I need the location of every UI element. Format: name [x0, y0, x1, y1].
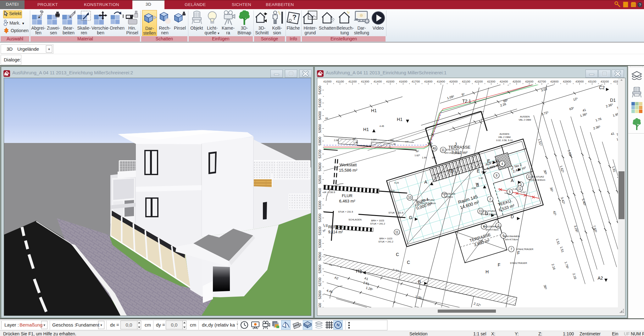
svg-text:53500: 53500 [318, 175, 322, 184]
svg-text:C: C [407, 260, 410, 265]
svg-text:AUSSEN: AUSSEN [520, 115, 530, 118]
svg-text:84: 84 [325, 117, 328, 120]
svg-text:4: 4 [501, 162, 503, 166]
svg-text:41700: 41700 [412, 80, 420, 83]
svg-text:?: ? [639, 3, 641, 7]
svg-text:75⁵: 75⁵ [475, 182, 479, 185]
svg-text:54000: 54000 [318, 111, 322, 120]
svg-text:5: 5 [509, 190, 511, 194]
svg-text:STUK + 241.2: STUK + 241.2 [378, 240, 393, 243]
svg-text:?: ? [292, 14, 297, 21]
svg-text:41200: 41200 [348, 80, 357, 83]
svg-text:53000: 53000 [318, 239, 322, 248]
svg-text:A: A [424, 179, 427, 185]
svg-text:d=25cm: d=25cm [445, 196, 453, 198]
svg-text:6,463 m²: 6,463 m² [339, 199, 355, 203]
svg-text:STB-STURZ: STB-STURZ [421, 199, 435, 202]
svg-text:11: 11 [441, 148, 445, 152]
svg-text:54200: 54200 [318, 86, 322, 94]
svg-text:E: E [487, 158, 490, 163]
svg-text:5.51: 5.51 [413, 199, 417, 202]
svg-text:A2: A2 [597, 276, 603, 281]
svg-text:2.50: 2.50 [472, 187, 476, 190]
svg-text:53200: 53200 [318, 214, 322, 222]
svg-text:2.41: 2.41 [513, 188, 517, 191]
svg-text:1.20⁵: 1.20⁵ [371, 138, 377, 141]
svg-text:38*: 38* [432, 156, 435, 159]
svg-text:H1: H1 [371, 108, 377, 113]
svg-text:42900: 42900 [563, 80, 571, 83]
svg-text:APM.RAHMEN: APM.RAHMEN [504, 235, 520, 238]
svg-text:36¹: 36¹ [416, 150, 419, 153]
svg-text:88⁵: 88⁵ [390, 139, 394, 142]
svg-text:54100: 54100 [318, 99, 322, 107]
svg-text:1.38⁵: 1.38⁵ [414, 203, 420, 206]
svg-text:D1: D1 [610, 98, 616, 103]
svg-text:41600: 41600 [399, 80, 407, 83]
svg-text:41800: 41800 [424, 80, 432, 83]
svg-text:42000: 42000 [449, 80, 458, 83]
svg-text:b/h=KT/8cm: b/h=KT/8cm [486, 228, 499, 231]
svg-text:41900: 41900 [437, 80, 445, 83]
svg-text:10: 10 [408, 196, 412, 199]
svg-text:b/h=24,5/30cm: b/h=24,5/30cm [445, 151, 460, 154]
svg-text:43100: 43100 [588, 80, 596, 83]
svg-text:b/h=KT/8cm: b/h=KT/8cm [505, 238, 518, 241]
svg-text:53300: 53300 [318, 201, 322, 209]
svg-text:T2: T2 [427, 142, 433, 147]
svg-text:0.02, 0.56, 5.10: 0.02, 0.56, 5.10 [496, 139, 513, 142]
svg-text:G: G [409, 215, 413, 220]
svg-text:KEILDÄMMUNG: KEILDÄMMUNG [483, 225, 501, 228]
svg-text:15,586 m²: 15,586 m² [339, 168, 358, 173]
svg-text:H: H [486, 269, 489, 274]
svg-text:N: N [336, 322, 340, 327]
svg-text:7: 7 [510, 248, 512, 251]
svg-text:52700: 52700 [318, 277, 322, 286]
svg-text:1.36: 1.36 [353, 141, 358, 144]
svg-text:52800: 52800 [318, 265, 322, 273]
svg-text:53600: 53600 [318, 162, 322, 171]
svg-text:STB-DECKE: STB-DECKE [442, 192, 456, 195]
svg-text:41500: 41500 [386, 80, 394, 83]
svg-text:88⁵: 88⁵ [353, 137, 356, 140]
svg-text:42200: 42200 [475, 80, 483, 83]
svg-text:8.23: 8.23 [390, 189, 395, 192]
svg-text:A5: A5 [432, 147, 436, 150]
svg-text:43000: 43000 [575, 80, 584, 83]
svg-text:77⁵: 77⁵ [405, 140, 408, 143]
svg-text:1.40: 1.40 [479, 177, 483, 179]
svg-text:STUK + 231.5: STUK + 231.5 [388, 211, 403, 214]
svg-text:9.24: 9.24 [394, 181, 399, 184]
svg-text:FLUR: FLUR [342, 193, 353, 198]
svg-text:4.45: 4.45 [380, 125, 384, 128]
svg-text:53900: 53900 [318, 124, 322, 133]
svg-text:b/h=26,5/30cm: b/h=26,5/30cm [420, 202, 436, 205]
svg-text:T3: T3 [448, 168, 454, 174]
svg-text:53700: 53700 [318, 150, 322, 158]
svg-text:b/h=26,5/50cm: b/h=26,5/50cm [481, 213, 497, 216]
svg-text:b/h=26,5/30cm: b/h=26,5/30cm [530, 179, 545, 181]
svg-text:STAHLTRÄGER: STAHLTRÄGER [516, 248, 534, 251]
svg-text:B: B [418, 279, 421, 284]
svg-text:E: E [477, 168, 480, 174]
svg-text:53100: 53100 [318, 226, 322, 235]
svg-text:F: F [517, 250, 520, 255]
svg-text:BRH + 1023: BRH + 1023 [379, 237, 392, 240]
svg-text:J: J [455, 142, 457, 147]
svg-text:1.99: 1.99 [422, 156, 427, 159]
svg-text:2.08: 2.08 [334, 139, 339, 142]
svg-text:1.62⁵: 1.62⁵ [414, 154, 420, 157]
svg-text:11: 11 [395, 231, 399, 234]
svg-text:SCHLAGEN: SCHLAGEN [348, 218, 361, 221]
svg-text:42700: 42700 [538, 80, 546, 83]
svg-text:H2: H2 [356, 269, 362, 274]
svg-text:STUK + 241.2: STUK + 241.2 [370, 222, 385, 225]
svg-text:42600: 42600 [525, 80, 533, 83]
svg-text:H1: H1 [363, 127, 369, 132]
svg-text:42400: 42400 [500, 80, 508, 83]
svg-text:Werkstatt: Werkstatt [340, 162, 357, 167]
svg-text:REFRA I: REFRA I [328, 225, 343, 229]
svg-text:D: D [511, 214, 514, 219]
svg-text:STB-STURZ: STB-STURZ [446, 148, 459, 151]
svg-text:STAHLTRÄGER: STAHLTRÄGER [510, 262, 527, 265]
